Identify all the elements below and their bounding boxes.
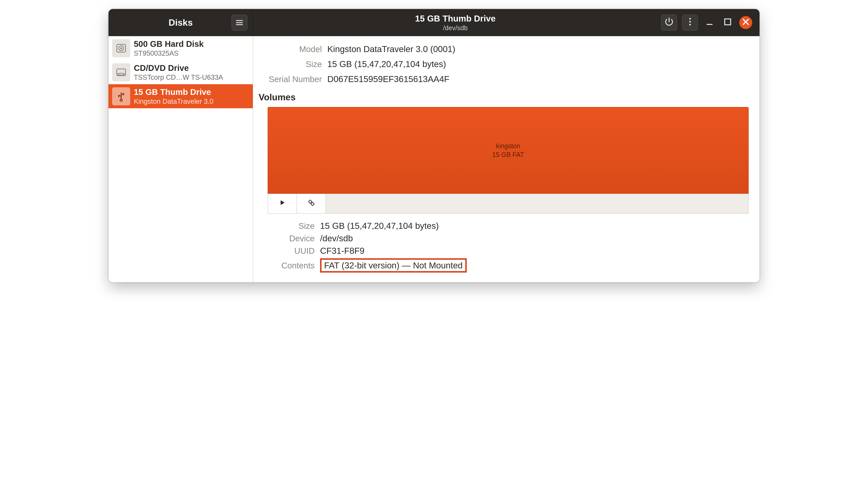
svg-point-14	[309, 200, 312, 203]
size-label: Size	[257, 59, 322, 69]
drive-menu-button[interactable]	[682, 14, 698, 31]
usb-icon	[112, 87, 130, 105]
power-button[interactable]	[661, 14, 677, 31]
vol-uuid-value: CF31-F8F9	[320, 246, 364, 256]
partition-name: kingston	[496, 142, 520, 150]
drive-path: /dev/sdb	[443, 24, 468, 32]
minimize-button[interactable]	[703, 16, 716, 29]
maximize-button[interactable]	[721, 16, 734, 29]
svg-point-0	[689, 18, 691, 20]
svg-point-9	[121, 47, 122, 48]
sidebar-item-sub: TSSTcorp CD…W TS-U633A	[134, 73, 223, 81]
titlebar-left: Disks	[108, 9, 253, 36]
model-value: Kingston DataTraveler 3.0 (0001)	[327, 44, 455, 54]
model-label: Model	[257, 44, 322, 54]
size-value: 15 GB (15,47,20,47,104 bytes)	[327, 59, 446, 69]
gear-icon	[307, 199, 315, 208]
vol-uuid-label: UUID	[268, 246, 315, 256]
drive-title: 15 GB Thumb Drive	[415, 13, 495, 24]
vol-size-label: Size	[268, 221, 315, 231]
sidebar-item-label: 15 GB Thumb Drive	[134, 87, 213, 97]
sidebar-item-hdd[interactable]: 500 GB Hard Disk ST9500325AS	[108, 36, 253, 60]
volume-details: Size 15 GB (15,47,20,47,104 bytes) Devic…	[268, 221, 749, 272]
sidebar-item-optical[interactable]: CD/DVD Drive TSSTcorp CD…W TS-U633A	[108, 60, 253, 84]
detail-row-uuid: UUID CF31-F8F9	[268, 246, 749, 256]
svg-marker-13	[281, 200, 285, 205]
hamburger-icon	[236, 20, 243, 25]
sidebar: 500 GB Hard Disk ST9500325AS CD/DVD Driv…	[108, 36, 253, 282]
info-row-serial: Serial Number D067E515959EF3615613AA4F	[257, 74, 749, 84]
power-icon	[664, 17, 674, 29]
serial-value: D067E515959EF3615613AA4F	[327, 74, 450, 84]
sidebar-item-label: 500 GB Hard Disk	[134, 39, 204, 49]
svg-point-1	[689, 21, 691, 23]
disks-window: Disks 15 GB Thumb Drive /dev/sdb	[108, 9, 760, 282]
optical-icon	[112, 63, 130, 81]
play-icon	[278, 199, 286, 208]
svg-point-11	[118, 73, 124, 75]
vol-device-value: /dev/sdb	[320, 233, 353, 243]
info-row-size: Size 15 GB (15,47,20,47,104 bytes)	[257, 59, 749, 69]
content: 500 GB Hard Disk ST9500325AS CD/DVD Driv…	[108, 36, 760, 282]
minimize-icon	[705, 17, 715, 29]
svg-point-15	[311, 203, 314, 205]
maximize-icon	[723, 17, 733, 29]
volume-settings-button[interactable]	[297, 194, 326, 213]
sidebar-item-sub: Kingston DataTraveler 3.0	[134, 98, 213, 105]
app-title: Disks	[168, 18, 193, 28]
svg-rect-4	[725, 19, 731, 25]
mount-button[interactable]	[268, 194, 297, 213]
sidebar-item-label: CD/DVD Drive	[134, 63, 223, 73]
titlebar: Disks 15 GB Thumb Drive /dev/sdb	[108, 9, 760, 36]
detail-row-contents: Contents FAT (32-bit version) — Not Moun…	[268, 258, 749, 272]
svg-point-12	[120, 99, 122, 101]
volume-toolbar	[268, 194, 749, 214]
detail-row-size: Size 15 GB (15,47,20,47,104 bytes)	[268, 221, 749, 231]
kebab-icon	[685, 17, 695, 29]
detail-row-device: Device /dev/sdb	[268, 233, 749, 243]
serial-label: Serial Number	[257, 74, 322, 84]
svg-point-2	[689, 24, 691, 26]
vol-device-label: Device	[268, 233, 315, 243]
main-panel: Model Kingston DataTraveler 3.0 (0001) S…	[253, 36, 760, 282]
volumes-heading: Volumes	[258, 92, 749, 102]
vol-contents-label: Contents	[268, 261, 315, 270]
volume-partition[interactable]: kingston 15 GB FAT	[268, 107, 749, 194]
close-icon	[741, 17, 751, 29]
vol-size-value: 15 GB (15,47,20,47,104 bytes)	[320, 221, 439, 231]
titlebar-right	[657, 9, 760, 36]
annotation-arrow-icon	[506, 282, 618, 282]
titlebar-center: 15 GB Thumb Drive /dev/sdb	[253, 9, 657, 36]
sidebar-item-thumbdrive[interactable]: 15 GB Thumb Drive Kingston DataTraveler …	[108, 84, 253, 108]
close-button[interactable]	[739, 16, 752, 29]
contents-highlight: FAT (32-bit version) — Not Mounted	[320, 258, 467, 272]
hamburger-menu-button[interactable]	[231, 14, 247, 31]
volumes-area: kingston 15 GB FAT	[268, 107, 749, 275]
hdd-icon	[112, 39, 130, 57]
vol-contents-value: FAT (32-bit version) — Not Mounted	[320, 258, 467, 272]
info-row-model: Model Kingston DataTraveler 3.0 (0001)	[257, 44, 749, 54]
partition-desc: 15 GB FAT	[492, 151, 524, 159]
sidebar-item-sub: ST9500325AS	[134, 50, 204, 57]
